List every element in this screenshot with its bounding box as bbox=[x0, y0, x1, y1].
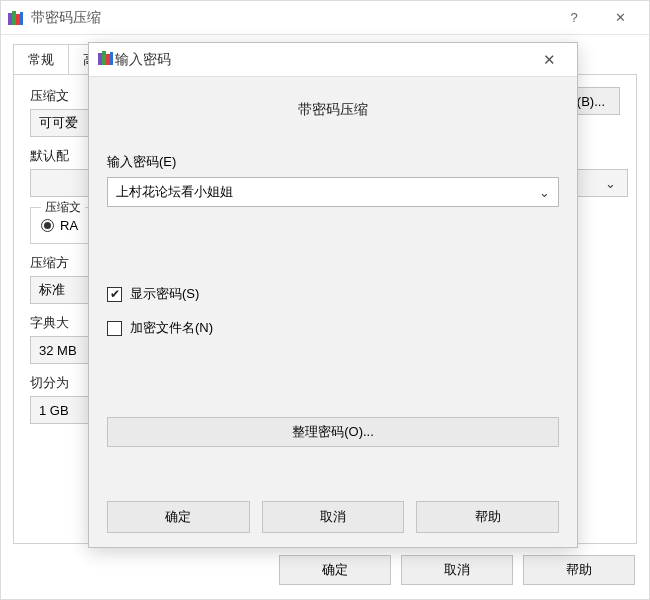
svg-rect-6 bbox=[106, 54, 110, 65]
close-icon[interactable]: ✕ bbox=[529, 43, 569, 77]
organize-passwords-button[interactable]: 整理密码(O)... bbox=[107, 417, 559, 447]
password-dialog: 输入密码 ✕ 带密码压缩 输入密码(E) 上村花论坛看小姐姐 ⌄ 显示密码(S)… bbox=[88, 42, 578, 548]
parent-titlebar: 带密码压缩 ? ✕ bbox=[1, 1, 649, 35]
parent-title: 带密码压缩 bbox=[31, 9, 551, 27]
modal-titlebar: 输入密码 ✕ bbox=[89, 43, 577, 77]
modal-heading: 带密码压缩 bbox=[107, 101, 559, 119]
cancel-button[interactable]: 取消 bbox=[262, 501, 405, 533]
parent-help-button[interactable]: 帮助 bbox=[523, 555, 635, 585]
chevron-down-icon[interactable]: ⌄ bbox=[528, 185, 550, 200]
parent-button-row: 确定 取消 帮助 bbox=[279, 555, 635, 585]
svg-rect-1 bbox=[12, 11, 16, 25]
parent-ok-button[interactable]: 确定 bbox=[279, 555, 391, 585]
encrypt-names-checkbox[interactable]: 加密文件名(N) bbox=[107, 319, 559, 337]
modal-title: 输入密码 bbox=[115, 51, 529, 69]
close-icon[interactable]: ✕ bbox=[597, 1, 643, 35]
modal-button-row: 确定 取消 帮助 bbox=[107, 501, 559, 533]
checkbox-icon bbox=[107, 287, 122, 302]
show-password-checkbox[interactable]: 显示密码(S) bbox=[107, 285, 559, 303]
app-icon bbox=[7, 9, 25, 27]
svg-rect-5 bbox=[102, 51, 106, 65]
app-icon bbox=[97, 49, 115, 70]
svg-rect-2 bbox=[16, 14, 20, 25]
password-input[interactable]: 上村花论坛看小姐姐 ⌄ bbox=[107, 177, 559, 207]
svg-rect-3 bbox=[20, 12, 23, 25]
svg-rect-0 bbox=[8, 13, 12, 25]
svg-rect-4 bbox=[98, 53, 102, 65]
parent-cancel-button[interactable]: 取消 bbox=[401, 555, 513, 585]
help-icon[interactable]: ? bbox=[551, 1, 597, 35]
password-label: 输入密码(E) bbox=[107, 153, 559, 171]
checkbox-icon bbox=[107, 321, 122, 336]
modal-body: 带密码压缩 输入密码(E) 上村花论坛看小姐姐 ⌄ 显示密码(S) 加密文件名(… bbox=[89, 77, 577, 547]
ok-button[interactable]: 确定 bbox=[107, 501, 250, 533]
tab-general[interactable]: 常规 bbox=[13, 44, 69, 75]
radio-icon bbox=[41, 219, 54, 232]
help-button[interactable]: 帮助 bbox=[416, 501, 559, 533]
format-legend: 压缩文 bbox=[41, 199, 85, 216]
checkbox-group: 显示密码(S) 加密文件名(N) bbox=[107, 285, 559, 337]
chevron-down-icon: ⌄ bbox=[601, 176, 619, 191]
svg-rect-7 bbox=[110, 52, 113, 65]
